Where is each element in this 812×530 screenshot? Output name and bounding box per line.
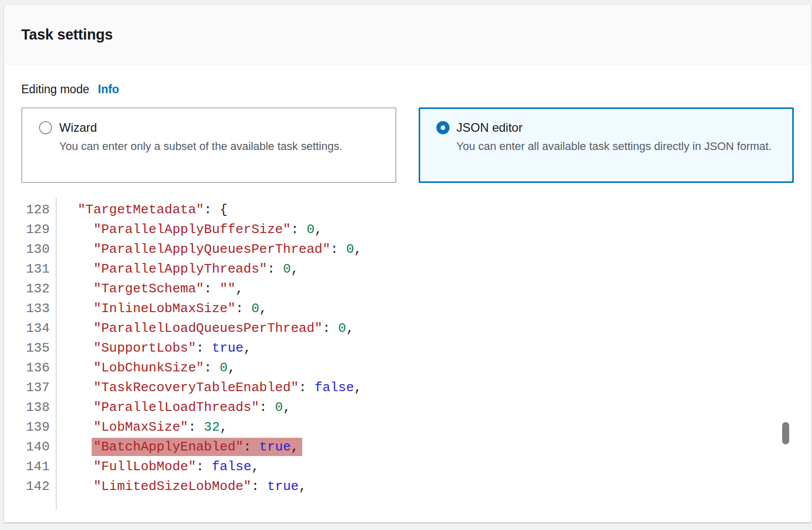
token-string: "ParallelApplyQueuesPerThread" [93, 242, 330, 257]
code-line-137[interactable]: 137"TaskRecoveryTableEnabled": false, [21, 377, 794, 397]
code-line-132[interactable]: 132"TargetSchema": "", [21, 279, 794, 298]
token-string: "SupportLobs" [93, 340, 196, 356]
wizard-radio-button[interactable] [39, 121, 52, 134]
json-editor-radio-button[interactable] [436, 121, 450, 134]
token-string: "ParallelLoadQueuesPerThread" [93, 321, 322, 336]
token-punct: : [204, 281, 220, 296]
token-punct: , [354, 242, 362, 257]
code-line-138[interactable]: 138"ParallelLoadThreads": 0, [21, 397, 794, 417]
token-punct: , [346, 321, 354, 336]
token-string: "TargetSchema" [93, 281, 204, 296]
line-number[interactable]: 137 [21, 380, 56, 395]
vertical-scrollbar-thumb[interactable] [782, 422, 789, 444]
info-link[interactable]: Info [98, 81, 119, 97]
token-punct: : [188, 420, 204, 435]
token-number: 0 [220, 360, 228, 375]
token-punct: , [283, 400, 291, 415]
code-line-141[interactable]: 141"FullLobMode": false, [21, 457, 794, 476]
line-number[interactable]: 140 [21, 439, 56, 455]
code-text: "ParallelApplyThreads": 0, [56, 261, 299, 277]
token-punct: : [299, 380, 314, 395]
code-line-142[interactable]: 142"LimitedSizeLobMode": true, [21, 476, 794, 496]
token-punct: : [235, 301, 251, 316]
line-number[interactable]: 132 [21, 281, 56, 296]
json-code-editor[interactable]: 128"TargetMetadata": {129"ParallelApplyB… [21, 200, 794, 514]
token-punct: : [243, 439, 259, 455]
panel-header: Task settings [4, 5, 811, 64]
token-number: 0 [346, 242, 354, 257]
code-text: "SupportLobs": true, [56, 340, 252, 356]
code-line-135[interactable]: 135"SupportLobs": true, [21, 338, 794, 358]
line-number[interactable]: 134 [21, 321, 56, 336]
token-punct: , [259, 301, 267, 316]
line-number[interactable]: 142 [21, 479, 56, 494]
line-number[interactable]: 131 [21, 261, 56, 277]
token-string: "TargetMetadata" [77, 202, 204, 217]
token-boolean: true [259, 439, 291, 455]
token-punct: , [291, 261, 299, 277]
wizard-option-description: You can enter only a subset of the avail… [59, 137, 342, 155]
token-string: "LimitedSizeLobMode" [93, 479, 251, 494]
token-number: 32 [204, 420, 220, 435]
token-number: 0 [275, 400, 283, 415]
token-punct: , [251, 459, 259, 474]
wizard-option-card[interactable]: Wizard You can enter only a subset of th… [21, 107, 396, 183]
code-text: "LimitedSizeLobMode": true, [56, 479, 307, 494]
json-editor-option-title: JSON editor [457, 119, 772, 137]
code-text: "TaskRecoveryTableEnabled": false, [56, 380, 362, 395]
token-string: "BatchApplyEnabled" [93, 439, 243, 455]
token-boolean: false [314, 380, 354, 395]
token-string: "LobChunkSize" [93, 360, 204, 375]
token-punct: : { [204, 202, 228, 217]
code-text: "ParallelLoadQueuesPerThread": 0, [56, 321, 354, 336]
line-number[interactable]: 129 [21, 222, 56, 237]
json-editor-option-card[interactable]: JSON editor You can enter all available … [419, 107, 794, 183]
code-line-128[interactable]: 128"TargetMetadata": { [21, 200, 794, 219]
code-line-140[interactable]: 140"BatchApplyEnabled": true, [21, 437, 794, 457]
line-number[interactable]: 133 [21, 301, 56, 316]
line-number[interactable]: 130 [21, 242, 56, 257]
code-text: "ParallelApplyQueuesPerThread": 0, [56, 242, 362, 257]
token-boolean: true [212, 340, 243, 356]
token-boolean: false [212, 459, 251, 474]
code-text: "InlineLobMaxSize": 0, [56, 301, 267, 316]
token-punct: : [196, 459, 212, 474]
token-punct: , [235, 281, 243, 296]
line-number[interactable]: 128 [21, 202, 56, 217]
token-string: "InlineLobMaxSize" [93, 301, 235, 316]
token-punct: : [204, 360, 220, 375]
code-lines: 128"TargetMetadata": {129"ParallelApplyB… [21, 200, 794, 496]
token-string: "LobMaxSize" [93, 420, 188, 435]
token-number: 0 [283, 261, 291, 277]
wizard-option-text: Wizard You can enter only a subset of th… [59, 119, 342, 155]
code-line-136[interactable]: 136"LobChunkSize": 0, [21, 358, 794, 377]
highlighted-range: "BatchApplyEnabled": true, [92, 438, 302, 456]
token-punct: , [243, 340, 252, 356]
code-text: "ParallelApplyBufferSize": 0, [56, 222, 322, 237]
token-string: "FullLobMode" [93, 459, 196, 474]
token-punct: , [354, 380, 362, 395]
code-line-130[interactable]: 130"ParallelApplyQueuesPerThread": 0, [21, 239, 794, 259]
token-punct: : [330, 242, 346, 257]
token-string: "ParallelApplyThreads" [93, 261, 267, 277]
code-line-139[interactable]: 139"LobMaxSize": 32, [21, 417, 794, 437]
token-punct: : [322, 321, 338, 336]
token-punct: : [259, 400, 275, 415]
line-number[interactable]: 138 [21, 400, 56, 415]
editing-mode-row: Editing mode Info [21, 81, 794, 97]
token-punct: : [267, 261, 283, 277]
line-number[interactable]: 136 [21, 360, 56, 375]
token-punct: , [291, 439, 299, 455]
code-line-129[interactable]: 129"ParallelApplyBufferSize": 0, [21, 219, 794, 239]
line-number[interactable]: 135 [21, 340, 56, 356]
code-line-133[interactable]: 133"InlineLobMaxSize": 0, [21, 298, 794, 318]
task-settings-panel: Task settings Editing mode Info Wizard Y… [4, 5, 811, 522]
token-number: 0 [338, 321, 346, 336]
token-punct: , [228, 360, 236, 375]
token-number: 0 [251, 301, 259, 316]
code-line-131[interactable]: 131"ParallelApplyThreads": 0, [21, 259, 794, 279]
line-number[interactable]: 139 [21, 420, 56, 435]
line-number[interactable]: 141 [21, 459, 56, 474]
code-text: "LobChunkSize": 0, [56, 360, 235, 375]
code-line-134[interactable]: 134"ParallelLoadQueuesPerThread": 0, [21, 318, 794, 338]
